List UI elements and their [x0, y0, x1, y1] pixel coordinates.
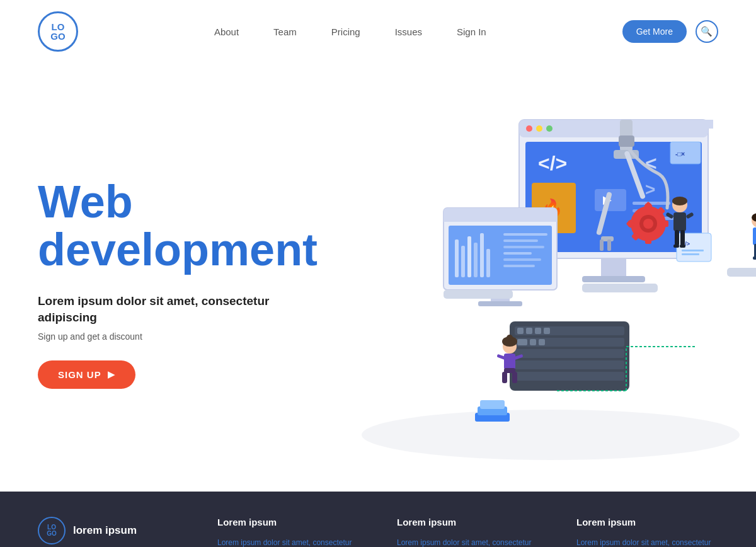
nav-pricing[interactable]: Pricing — [331, 26, 360, 37]
hero-text: Web development Lorem ipsum dolor sit am… — [38, 166, 318, 388]
svg-rect-78 — [673, 212, 686, 231]
svg-rect-129 — [582, 284, 658, 292]
svg-rect-48 — [515, 349, 624, 358]
svg-rect-11 — [633, 202, 670, 205]
svg-point-68 — [643, 219, 653, 229]
svg-point-0 — [362, 410, 740, 460]
footer-col2-title: Lorem ipsum — [217, 517, 359, 527]
svg-rect-80 — [680, 230, 685, 246]
svg-point-6 — [546, 125, 553, 132]
search-button[interactable]: 🔍 — [696, 20, 718, 43]
svg-rect-41 — [503, 258, 541, 261]
get-more-button[interactable]: Get More — [622, 20, 687, 43]
svg-rect-82 — [680, 245, 685, 248]
signup-label: SIGN UP — [58, 369, 101, 380]
svg-rect-79 — [675, 230, 679, 246]
svg-rect-54 — [544, 328, 550, 334]
svg-rect-32 — [461, 246, 465, 277]
logo[interactable]: LO GO — [38, 11, 78, 52]
svg-point-100 — [507, 335, 513, 341]
nav-team[interactable]: Team — [273, 26, 297, 37]
svg-rect-39 — [503, 246, 544, 248]
svg-point-4 — [526, 125, 532, 132]
svg-rect-25 — [682, 250, 704, 251]
svg-rect-33 — [467, 236, 471, 277]
svg-rect-26 — [682, 253, 699, 255]
svg-rect-128 — [619, 135, 634, 147]
svg-rect-97 — [502, 372, 507, 383]
svg-rect-37 — [503, 233, 547, 236]
nav-about[interactable]: About — [214, 26, 239, 37]
svg-text:</>: </> — [538, 152, 567, 175]
svg-rect-121 — [480, 400, 505, 409]
svg-rect-31 — [455, 239, 459, 277]
footer-brand-name: lorem ipsum — [73, 524, 137, 537]
hero-title: Web development — [38, 178, 318, 274]
hero-illustration: </> < > 🔥 -□× ▶ — [318, 72, 756, 482]
footer-col3-title: Lorem ipsum — [397, 517, 539, 527]
svg-rect-38 — [503, 239, 538, 242]
search-icon: 🔍 — [701, 26, 713, 37]
footer-col4-text1: Lorem ipsum dolor sit amet, consectetur … — [576, 536, 718, 547]
footer-col-3: Lorem ipsum Lorem ipsum dolor sit amet, … — [397, 517, 539, 547]
nav-signin[interactable]: Sign In — [457, 26, 486, 37]
svg-rect-50 — [515, 372, 624, 381]
svg-rect-87 — [753, 227, 756, 245]
svg-rect-22 — [582, 276, 645, 282]
svg-text:>: > — [645, 180, 655, 199]
svg-rect-131 — [727, 268, 756, 277]
footer-col-brand: LO GO lorem ipsum Lorem ipsum dolor sit … — [38, 517, 180, 547]
svg-rect-56 — [530, 339, 536, 345]
svg-rect-52 — [526, 328, 532, 334]
svg-text:-□×: -□× — [675, 151, 685, 158]
svg-point-85 — [672, 197, 687, 205]
svg-rect-29 — [444, 215, 557, 222]
svg-rect-35 — [480, 233, 484, 277]
svg-rect-53 — [535, 328, 541, 334]
svg-rect-36 — [486, 249, 490, 277]
footer: LO GO lorem ipsum Lorem ipsum dolor sit … — [0, 492, 756, 547]
header: LO GO About Team Pricing Issues Sign In … — [0, 0, 756, 63]
svg-rect-98 — [512, 372, 517, 383]
logo-icon: LO GO — [38, 11, 78, 52]
header-actions: Get More 🔍 — [622, 20, 718, 43]
footer-col-4: Lorem ipsum Lorem ipsum dolor sit amet, … — [576, 517, 718, 547]
footer-col2-text1: Lorem ipsum dolor sit amet, consectetur … — [217, 536, 359, 547]
hero-section: Web development Lorem ipsum dolor sit am… — [0, 63, 756, 492]
hero-desc: Sign up and get a discount — [38, 331, 318, 342]
nav: About Team Pricing Issues Sign In — [214, 26, 486, 37]
svg-rect-42 — [503, 265, 535, 267]
footer-logo-area: LO GO lorem ipsum — [38, 517, 180, 544]
svg-rect-130 — [444, 290, 513, 299]
svg-point-5 — [536, 125, 542, 132]
svg-rect-49 — [515, 360, 624, 369]
svg-rect-44 — [478, 301, 522, 306]
footer-logo-icon: LO GO — [38, 517, 66, 544]
svg-rect-70 — [645, 238, 651, 244]
svg-rect-95 — [504, 354, 515, 369]
arrow-icon: ▶ — [108, 369, 115, 379]
svg-rect-3 — [524, 120, 713, 129]
illustration-svg: </> < > 🔥 -□× ▶ — [318, 82, 756, 473]
svg-rect-72 — [662, 221, 668, 227]
footer-col3-text1: Lorem ipsum dolor sit amet, consectetur … — [397, 536, 539, 547]
svg-rect-40 — [503, 252, 532, 255]
svg-rect-81 — [673, 245, 679, 248]
footer-col-2: Lorem ipsum Lorem ipsum dolor sit amet, … — [217, 517, 359, 547]
svg-rect-51 — [517, 328, 524, 334]
footer-col4-title: Lorem ipsum — [576, 517, 718, 527]
hero-subtitle: Lorem ipsum dolor sit amet, consectetur … — [38, 293, 318, 326]
svg-rect-55 — [517, 339, 527, 345]
nav-issues[interactable]: Issues — [395, 26, 422, 37]
svg-rect-34 — [474, 243, 478, 277]
svg-rect-57 — [539, 339, 545, 345]
signup-button[interactable]: SIGN UP ▶ — [38, 360, 135, 389]
svg-rect-90 — [753, 256, 756, 260]
